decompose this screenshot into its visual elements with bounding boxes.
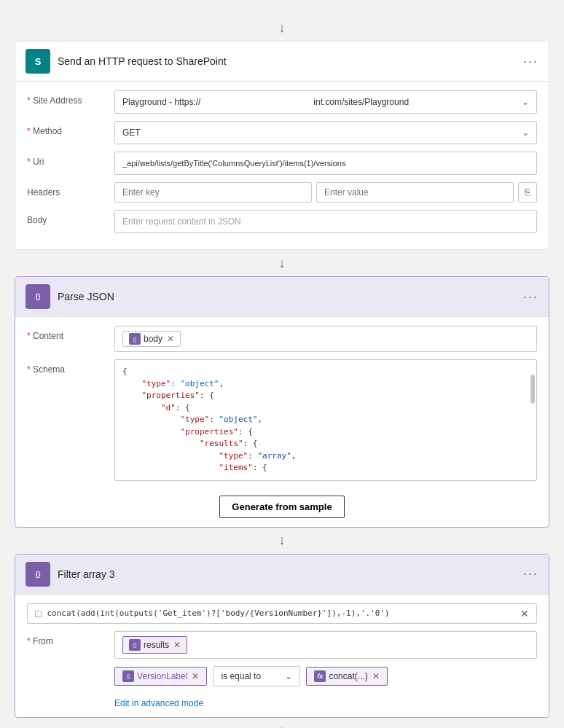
condition-empty-label bbox=[27, 666, 107, 671]
calendar-icon[interactable]: ⎘ bbox=[518, 182, 537, 203]
condition-row: {} VersionLabel ✕ is equal to ⌄ fx conca… bbox=[27, 666, 537, 686]
arrow-2: ↓ bbox=[279, 528, 286, 554]
filter-icon: {} bbox=[26, 562, 50, 587]
expression-row: □ concat(add(int(outputs('Get_item')?['b… bbox=[27, 603, 537, 624]
from-label: From bbox=[27, 631, 107, 646]
body-input[interactable]: Enter request content in JSON bbox=[114, 210, 537, 233]
uri-input[interactable]: _api/web/lists/getByTitle('ColumnsQueryL… bbox=[114, 152, 537, 175]
condition-value-icon: fx bbox=[314, 670, 326, 682]
schema-row: Schema { "type": "object", "properties":… bbox=[27, 359, 537, 481]
condition-version-label-tag[interactable]: {} VersionLabel ✕ bbox=[114, 667, 207, 686]
flow-container: ↓ S Send an HTTP request to SharePoint ·… bbox=[15, 15, 549, 728]
generate-from-sample-button[interactable]: Generate from sample bbox=[219, 496, 344, 518]
headers-key-input[interactable] bbox=[114, 182, 312, 203]
expr-close-button[interactable]: ✕ bbox=[520, 608, 529, 619]
filter-array-card: {} Filter array 3 ··· □ concat(add(int(o… bbox=[15, 554, 549, 718]
edit-advanced-link[interactable]: Edit in advanced mode bbox=[114, 698, 203, 708]
content-tag-icon: {} bbox=[129, 333, 141, 345]
filter-conditions: {} VersionLabel ✕ is equal to ⌄ fx conca… bbox=[114, 666, 388, 686]
filter-array-header: {} Filter array 3 ··· bbox=[15, 555, 549, 595]
generate-btn-container: Generate from sample bbox=[27, 488, 537, 518]
sharepoint-card-menu[interactable]: ··· bbox=[523, 54, 538, 69]
content-tag-close[interactable]: ✕ bbox=[167, 334, 174, 344]
headers-inputs: ⎘ bbox=[114, 182, 537, 203]
content-label: Content bbox=[27, 326, 107, 341]
body-placeholder: Enter request content in JSON bbox=[122, 216, 241, 227]
from-tag: {} results ✕ bbox=[122, 636, 187, 654]
sharepoint-icon: S bbox=[26, 49, 50, 74]
site-address-chevron: ⌄ bbox=[522, 97, 529, 107]
method-label: Method bbox=[27, 121, 107, 136]
site-address-right: int.com/sites/Playground bbox=[313, 97, 409, 107]
parse-json-card-header: {} Parse JSON ··· bbox=[15, 277, 549, 317]
headers-label: Headers bbox=[27, 182, 107, 197]
condition-operator-dropdown[interactable]: is equal to ⌄ bbox=[213, 666, 300, 686]
parse-json-menu[interactable]: ··· bbox=[523, 289, 538, 305]
method-row: Method GET ⌄ bbox=[27, 121, 537, 144]
sharepoint-card-title: Send an HTTP request to SharePoint bbox=[58, 55, 516, 67]
schema-editor[interactable]: { "type": "object", "properties": { "d":… bbox=[114, 359, 537, 481]
headers-value-input[interactable] bbox=[316, 182, 514, 203]
condition-tag-label: VersionLabel bbox=[137, 671, 187, 681]
from-tag-label: results bbox=[144, 640, 169, 650]
schema-label: Schema bbox=[27, 359, 107, 375]
filter-array-body: □ concat(add(int(outputs('Get_item')?['b… bbox=[15, 595, 549, 717]
method-chevron: ⌄ bbox=[522, 128, 529, 138]
from-tag-icon: {} bbox=[129, 639, 141, 651]
from-input[interactable]: {} results ✕ bbox=[114, 631, 537, 659]
uri-label: Uri bbox=[27, 152, 107, 167]
operator-label: is equal to bbox=[221, 671, 261, 681]
filter-array-menu[interactable]: ··· bbox=[523, 566, 538, 582]
condition-value-tag[interactable]: fx concat(...) ✕ bbox=[306, 667, 387, 686]
site-address-label: Site Address bbox=[27, 90, 107, 106]
headers-row: Headers ⎘ bbox=[27, 182, 537, 203]
from-row: From {} results ✕ bbox=[27, 631, 537, 659]
parse-json-card: {} Parse JSON ··· Content {} body ✕ Sche… bbox=[15, 276, 549, 528]
content-input[interactable]: {} body ✕ bbox=[114, 326, 537, 352]
parse-json-icon: {} bbox=[26, 284, 50, 309]
parse-json-body: Content {} body ✕ Schema { "type": "obje… bbox=[15, 317, 549, 527]
sharepoint-card: S Send an HTTP request to SharePoint ···… bbox=[15, 41, 549, 250]
site-address-row: Site Address Playground - https:// int.c… bbox=[27, 90, 537, 114]
uri-value: _api/web/lists/getByTitle('ColumnsQueryL… bbox=[122, 159, 345, 168]
parse-json-title: Parse JSON bbox=[58, 291, 516, 302]
schema-scrollbar[interactable] bbox=[530, 375, 535, 404]
arrow-1: ↓ bbox=[279, 250, 286, 276]
sharepoint-card-header: S Send an HTTP request to SharePoint ··· bbox=[15, 42, 549, 82]
content-tag-label: body bbox=[144, 334, 162, 344]
top-arrow: ↓ bbox=[279, 15, 286, 41]
method-input[interactable]: GET ⌄ bbox=[114, 121, 537, 144]
body-row: Body Enter request content in JSON bbox=[27, 210, 537, 233]
operator-chevron: ⌄ bbox=[285, 671, 292, 681]
content-row: Content {} body ✕ bbox=[27, 326, 537, 352]
arrow-3: ↓ bbox=[279, 718, 286, 729]
body-label: Body bbox=[27, 210, 107, 225]
expression-text: concat(add(int(outputs('Get_item')?['bod… bbox=[47, 608, 514, 618]
condition-value-close[interactable]: ✕ bbox=[372, 671, 380, 681]
method-value: GET bbox=[122, 128, 141, 138]
site-address-input[interactable]: Playground - https:// int.com/sites/Play… bbox=[114, 90, 537, 114]
filter-array-title: Filter array 3 bbox=[58, 568, 516, 580]
condition-value-label: concat(...) bbox=[329, 671, 367, 681]
condition-tag-close[interactable]: ✕ bbox=[192, 671, 199, 681]
content-body-tag: {} body ✕ bbox=[122, 331, 181, 347]
expr-icon: □ bbox=[35, 608, 41, 619]
uri-row: Uri _api/web/lists/getByTitle('ColumnsQu… bbox=[27, 152, 537, 175]
condition-tag-icon: {} bbox=[122, 670, 134, 682]
edit-advanced-container: Edit in advanced mode bbox=[27, 694, 537, 708]
sharepoint-card-body: Site Address Playground - https:// int.c… bbox=[15, 82, 549, 249]
from-tag-close[interactable]: ✕ bbox=[173, 640, 181, 650]
site-address-left: Playground - https:// bbox=[122, 97, 200, 107]
